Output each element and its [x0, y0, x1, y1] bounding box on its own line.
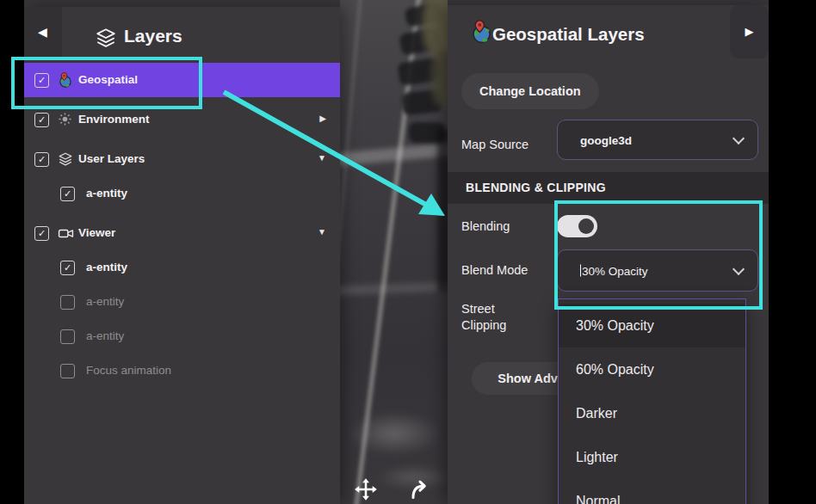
change-location-button[interactable]: Change Location: [461, 73, 599, 109]
map-source-select[interactable]: google3d: [557, 120, 758, 160]
layer-row-a-entity[interactable]: ✓a-entity: [24, 257, 340, 278]
layers-panel-title: Layers: [124, 26, 182, 46]
blend-mode-value: 30% Opacity: [580, 264, 648, 277]
section-header: BLENDING & CLIPPING: [448, 172, 769, 204]
blend-mode-select[interactable]: 30% Opacity: [557, 249, 758, 292]
vegetation: [423, 0, 448, 57]
road-highlight: [347, 411, 442, 456]
collapse-left-panel-button[interactable]: ◀: [38, 25, 47, 39]
checkbox-unchecked[interactable]: [60, 295, 75, 310]
checkbox-checked[interactable]: ✓: [34, 73, 49, 88]
section-header-label: BLENDING & CLIPPING: [466, 172, 606, 204]
blending-label: Blending: [461, 218, 510, 235]
checkbox-checked[interactable]: ✓: [60, 187, 75, 201]
panel-title: Geospatial Layers: [492, 24, 645, 45]
checkbox-checked[interactable]: ✓: [34, 152, 49, 167]
layer-label: Geospatial: [78, 73, 138, 86]
rotate-icon[interactable]: [407, 476, 431, 501]
dropdown-option-lighter[interactable]: Lighter: [559, 435, 745, 479]
checkbox-unchecked[interactable]: [60, 364, 75, 378]
pan-icon[interactable]: [354, 477, 378, 501]
layer-label: a-entity: [86, 261, 127, 274]
text-cursor: [580, 264, 581, 276]
layer-label: Viewer: [78, 226, 115, 239]
layers-icon: [95, 27, 117, 49]
map-source-value: google3d: [580, 133, 632, 146]
road-marking: [340, 282, 448, 296]
blend-mode-dropdown: 30% Opacity60% OpacityDarkerLighterNorma…: [558, 298, 746, 504]
street-clipping-label: Street Clipping: [461, 301, 523, 333]
layers-panel: ◀ Layers ✓Geospatial✓Environment▶✓User L…: [24, 7, 340, 504]
globe-pin-icon: [58, 72, 73, 88]
checkbox-checked[interactable]: ✓: [34, 113, 49, 127]
expand-right-icon[interactable]: ▶: [319, 114, 326, 123]
checkbox-unchecked[interactable]: [60, 329, 75, 344]
chevron-down-icon: [733, 262, 745, 274]
layer-label: Environment: [78, 113, 150, 126]
street-photo: [340, 0, 448, 504]
map-source-label: Map Source: [461, 136, 529, 153]
expand-down-icon[interactable]: ▼: [318, 227, 326, 237]
blend-mode-label: Blend Mode: [461, 261, 528, 279]
layer-label: User Layers: [78, 152, 145, 165]
layer-row-viewer[interactable]: ✓Viewer▼: [24, 223, 340, 243]
layer-row-a-entity[interactable]: a-entity: [24, 292, 340, 312]
layer-row-environment[interactable]: ✓Environment▶: [24, 109, 340, 130]
layer-row-user-layers[interactable]: ✓User Layers▼: [24, 149, 340, 169]
dropdown-option-30-opacity[interactable]: 30% Opacity: [559, 304, 745, 347]
layer-label: a-entity: [86, 187, 127, 200]
dropdown-option-60-opacity[interactable]: 60% Opacity: [559, 347, 745, 391]
vegetation: [431, 50, 448, 107]
sun-icon: [58, 112, 73, 127]
toggle-knob: [578, 218, 594, 234]
collapse-right-panel-button[interactable]: ▶: [730, 5, 769, 58]
layer-row-geospatial[interactable]: ✓Geospatial: [24, 63, 340, 97]
camera-icon: [58, 225, 73, 241]
dropdown-option-darker[interactable]: Darker: [559, 391, 745, 435]
expand-down-icon[interactable]: ▼: [318, 153, 326, 163]
dropdown-option-normal[interactable]: Normal: [559, 479, 745, 504]
checkbox-checked[interactable]: ✓: [34, 226, 49, 241]
layer-row-a-entity[interactable]: a-entity: [24, 326, 340, 347]
layer-label: a-entity: [86, 295, 124, 308]
crosswalk-marking: [340, 143, 448, 166]
curb-shadow: [437, 129, 448, 292]
blending-toggle[interactable]: [557, 215, 597, 237]
layers-icon: [58, 151, 73, 167]
layer-row-focus-animation[interactable]: Focus animation: [24, 360, 340, 381]
layer-label: a-entity: [86, 329, 124, 342]
globe-pin-icon: [470, 20, 493, 43]
chevron-down-icon: [733, 132, 745, 144]
layer-label: Focus animation: [86, 364, 171, 377]
checkbox-checked[interactable]: ✓: [60, 261, 75, 275]
layer-row-a-entity[interactable]: ✓a-entity: [24, 183, 340, 204]
